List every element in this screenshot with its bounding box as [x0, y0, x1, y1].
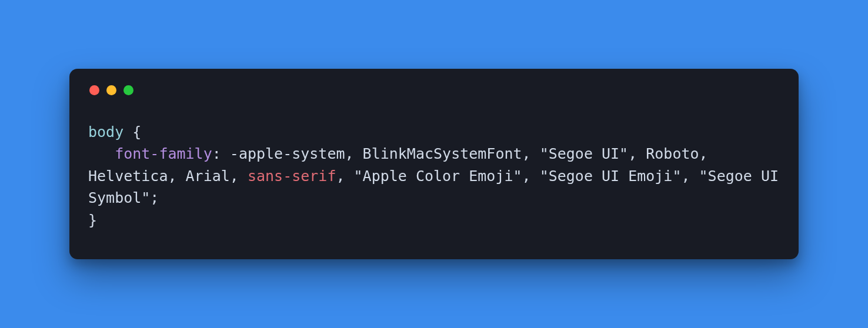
brace-open: {	[123, 123, 141, 140]
window-close-icon[interactable]	[89, 85, 99, 95]
window-zoom-icon[interactable]	[123, 85, 133, 95]
colon: :	[212, 145, 230, 162]
brace-close: }	[88, 212, 97, 229]
code-block: body { font-family: -apple-system, Blink…	[88, 121, 780, 232]
css-keyword: sans-serif	[248, 168, 336, 185]
css-selector: body	[88, 123, 123, 140]
window-minimize-icon[interactable]	[106, 85, 116, 95]
indent	[88, 145, 115, 162]
traffic-lights	[88, 85, 780, 95]
code-window: body { font-family: -apple-system, Blink…	[69, 69, 799, 260]
css-property: font-family	[115, 145, 212, 162]
